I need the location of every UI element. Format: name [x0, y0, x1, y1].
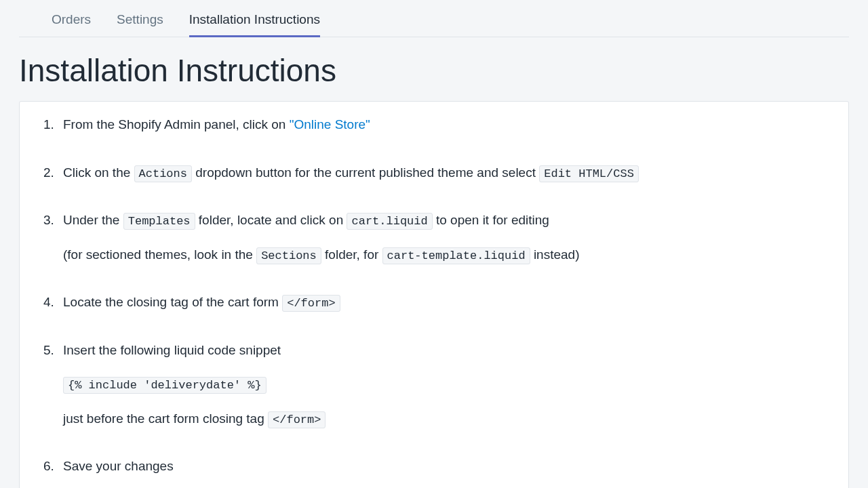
- step-3: Under the Templates folder, locate and c…: [58, 211, 829, 264]
- code-include-snippet: {% include 'deliverydate' %}: [63, 377, 267, 394]
- online-store-link[interactable]: "Online Store": [290, 117, 370, 131]
- code-cart-template-liquid: cart-template.liquid: [382, 247, 530, 264]
- step-text: instead): [530, 247, 580, 262]
- tab-bar: Orders Settings Installation Instruction…: [19, 0, 849, 37]
- code-cart-liquid: cart.liquid: [347, 213, 432, 230]
- step-3-note: (for sectioned themes, look in the Secti…: [63, 245, 829, 265]
- step-1: From the Shopify Admin panel, click on "…: [58, 115, 829, 135]
- step-text: Insert the following liquid code snippet: [63, 343, 281, 357]
- step-text: folder, locate and click on: [195, 213, 347, 227]
- step-text: Locate the closing tag of the cart form: [63, 295, 282, 309]
- page-title: Installation Instructions: [19, 37, 849, 101]
- step-text: just before the cart form closing tag: [63, 411, 268, 426]
- instruction-list: From the Shopify Admin panel, click on "…: [39, 115, 829, 476]
- step-text: (for sectioned themes, look in the: [63, 247, 256, 262]
- step-text: dropdown button for the current publishe…: [192, 165, 539, 180]
- tab-installation-instructions[interactable]: Installation Instructions: [189, 12, 320, 37]
- step-text: to open it for editing: [433, 213, 549, 227]
- step-text: Save your changes: [63, 459, 174, 473]
- step-text: From the Shopify Admin panel, click on: [63, 117, 290, 131]
- code-form-close-2: </form>: [268, 411, 326, 428]
- step-text: Under the: [63, 213, 123, 227]
- step-6: Save your changes: [58, 457, 829, 476]
- step-4: Locate the closing tag of the cart form …: [58, 293, 829, 312]
- step-5: Insert the following liquid code snippet…: [58, 341, 829, 429]
- tab-orders[interactable]: Orders: [52, 12, 91, 37]
- code-form-close: </form>: [282, 295, 340, 312]
- code-sections: Sections: [256, 247, 321, 264]
- code-edit-html-css: Edit HTML/CSS: [539, 165, 639, 182]
- tab-settings[interactable]: Settings: [117, 12, 163, 37]
- code-templates: Templates: [123, 213, 195, 230]
- step-text: folder, for: [321, 247, 382, 262]
- code-actions: Actions: [134, 165, 192, 182]
- step-2: Click on the Actions dropdown button for…: [58, 163, 829, 183]
- instructions-panel: From the Shopify Admin panel, click on "…: [19, 101, 849, 488]
- step-text: Click on the: [63, 165, 134, 180]
